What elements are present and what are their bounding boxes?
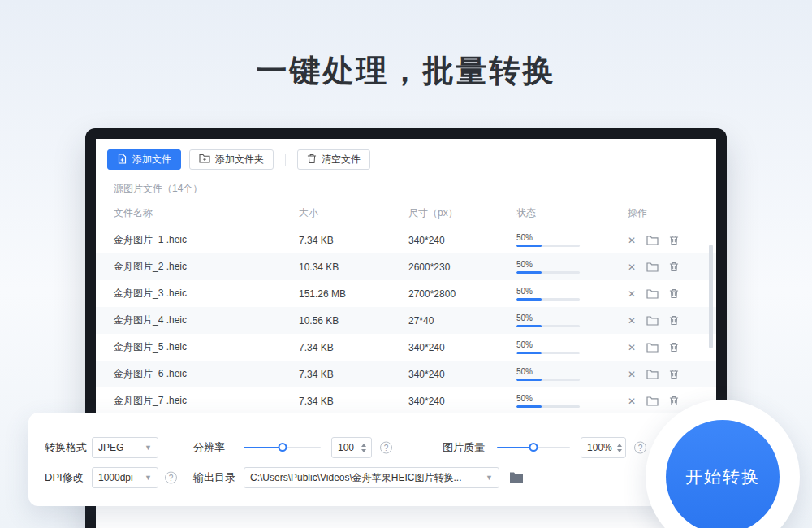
page-title: 一键处理，批量转换	[0, 50, 812, 92]
output-dir-label: 输出目录	[193, 470, 235, 485]
delete-file-icon[interactable]	[669, 315, 679, 326]
remove-file-icon[interactable]: ✕	[628, 236, 636, 245]
progress-bar	[516, 352, 580, 354]
delete-file-icon[interactable]	[669, 262, 679, 272]
col-header-actions: 操作	[628, 206, 702, 220]
scrollbar[interactable]	[709, 245, 713, 348]
file-dims: 340*240	[408, 235, 516, 246]
file-size: 151.26 MB	[299, 288, 408, 300]
col-header-status: 状态	[516, 206, 628, 220]
delete-file-icon[interactable]	[669, 235, 679, 245]
delete-file-icon[interactable]	[669, 369, 679, 379]
clear-files-button[interactable]: 清空文件	[297, 149, 370, 170]
file-size: 7.34 KB	[299, 396, 408, 407]
add-file-button[interactable]: 添加文件	[107, 149, 181, 170]
delete-file-icon[interactable]	[669, 396, 679, 406]
delete-file-icon[interactable]	[669, 342, 679, 353]
output-dir-select[interactable]: C:\Users\Public\Videos\金舟苹果HEIC图片转换... ▼	[244, 467, 499, 488]
remove-file-icon[interactable]: ✕	[628, 316, 636, 326]
progress-bar	[516, 379, 580, 381]
add-folder-button[interactable]: 添加文件夹	[189, 149, 274, 170]
progress-label: 50%	[516, 314, 580, 322]
file-size: 10.34 KB	[299, 262, 408, 273]
col-header-dimensions: 尺寸（px）	[408, 206, 516, 220]
progress-bar	[516, 245, 580, 247]
format-select[interactable]: JPEG ▼	[92, 437, 158, 458]
dpi-select[interactable]: 1000dpi ▼	[92, 467, 158, 488]
resolution-stepper[interactable]: 100	[331, 437, 372, 458]
progress-cell: 50%	[516, 368, 580, 381]
col-header-filename: 文件名称	[114, 206, 299, 220]
table-row: 金舟图片_4 .heic 10.56 KB 27*40 50% ✕	[96, 307, 716, 334]
file-size: 10.56 KB	[299, 315, 408, 327]
progress-cell: 50%	[516, 395, 580, 408]
progress-label: 50%	[516, 341, 580, 349]
file-name: 金舟图片_2 .heic	[114, 260, 299, 274]
remove-file-icon[interactable]: ✕	[628, 289, 636, 299]
progress-bar	[516, 325, 580, 327]
table-row: 金舟图片_7 .heic 7.34 KB 340*240 50% ✕	[96, 387, 716, 414]
file-dims: 340*240	[408, 396, 516, 407]
progress-bar	[516, 298, 580, 301]
resolution-label: 分辨率	[193, 440, 225, 455]
progress-cell: 50%	[516, 341, 580, 354]
format-value: JPEG	[98, 442, 123, 453]
open-folder-icon[interactable]	[646, 262, 659, 272]
table-row: 金舟图片_6 .heic 7.34 KB 340*240 50% ✕	[96, 361, 716, 387]
slider-knob[interactable]	[529, 443, 538, 452]
resolution-value: 100	[332, 442, 356, 453]
file-name: 金舟图片_7 .heic	[114, 394, 299, 408]
page: 一键处理，批量转换 添加文件 添加文件夹	[0, 0, 812, 528]
clear-files-label: 清空文件	[322, 153, 361, 167]
open-folder-icon[interactable]	[646, 342, 659, 353]
col-header-size: 大小	[299, 206, 408, 220]
file-dims: 340*240	[408, 369, 516, 380]
resolution-help-icon[interactable]: ?	[380, 442, 392, 454]
remove-file-icon[interactable]: ✕	[628, 262, 636, 272]
format-label: 转换格式	[45, 440, 87, 455]
file-name: 金舟图片_5 .heic	[114, 340, 299, 354]
file-size: 7.34 KB	[299, 342, 408, 353]
progress-cell: 50%	[516, 314, 580, 327]
resolution-slider[interactable]	[244, 442, 321, 453]
chevron-down-icon: ▼	[145, 444, 152, 452]
delete-file-icon[interactable]	[669, 288, 679, 299]
spinner-arrows[interactable]	[356, 444, 371, 452]
file-name: 金舟图片_3 .heic	[114, 287, 299, 301]
progress-cell: 50%	[516, 261, 580, 274]
slider-knob[interactable]	[278, 443, 287, 452]
quality-value: 100%	[581, 442, 612, 453]
file-size: 7.34 KB	[299, 369, 408, 380]
progress-cell: 50%	[516, 288, 580, 301]
table-row: 金舟图片_5 .heic 7.34 KB 340*240 50% ✕	[96, 334, 716, 361]
spinner-arrows[interactable]	[612, 444, 627, 452]
row-actions: ✕	[628, 369, 702, 379]
file-name: 金舟图片_6 .heic	[114, 367, 299, 381]
open-folder-icon[interactable]	[646, 396, 659, 406]
quality-help-icon[interactable]: ?	[634, 442, 646, 454]
settings-panel: 转换格式 JPEG ▼ 分辨率 100 ? 图片质量 100% ? DPI修改 …	[28, 413, 735, 506]
open-folder-icon[interactable]	[646, 315, 659, 326]
progress-label: 50%	[516, 395, 580, 403]
open-folder-icon[interactable]	[646, 235, 659, 245]
start-conversion-button[interactable]: 开始转换	[666, 420, 780, 528]
file-dims: 2700*2800	[408, 288, 516, 300]
remove-file-icon[interactable]: ✕	[628, 396, 636, 406]
file-dims: 27*40	[408, 315, 516, 327]
progress-cell: 50%	[516, 234, 580, 247]
remove-file-icon[interactable]: ✕	[628, 343, 636, 353]
remove-file-icon[interactable]: ✕	[628, 370, 636, 379]
quality-slider[interactable]	[497, 442, 570, 453]
open-folder-icon[interactable]	[646, 288, 659, 299]
dpi-help-icon[interactable]: ?	[165, 472, 177, 484]
table-row: 金舟图片_2 .heic 10.34 KB 2600*230 50% ✕	[96, 253, 716, 280]
open-folder-icon[interactable]	[646, 369, 659, 379]
browse-folder-icon[interactable]	[509, 472, 524, 484]
progress-label: 50%	[516, 288, 580, 296]
row-actions: ✕	[628, 342, 702, 353]
dpi-label: DPI修改	[45, 470, 84, 485]
add-file-label: 添加文件	[132, 153, 171, 167]
row-actions: ✕	[628, 235, 702, 245]
trash-icon	[307, 154, 317, 167]
quality-stepper[interactable]: 100%	[581, 437, 626, 458]
